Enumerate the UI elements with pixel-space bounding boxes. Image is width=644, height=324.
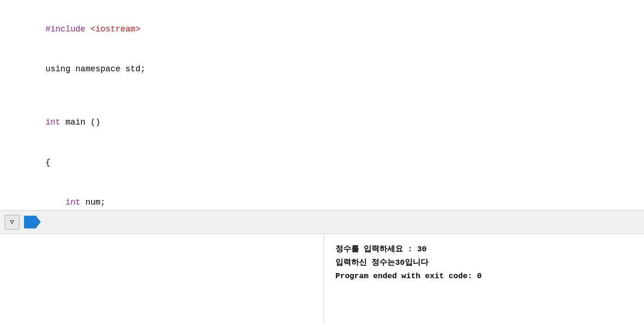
code-line-1: #include <iostream> [25, 9, 644, 49]
code-indent [45, 198, 65, 207]
code-text: main () [61, 118, 100, 127]
output-line-3: Program ended with exit code: 0 [335, 270, 632, 283]
down-arrow-icon: ▽ [10, 218, 14, 226]
toolbar: ▽ [0, 211, 644, 234]
bottom-panel: 정수를 입력하세요 : 30 입력하신 정수는30입니다 Program end… [0, 234, 644, 324]
run-button[interactable] [24, 216, 41, 229]
output-panel: 정수를 입력하세요 : 30 입력하신 정수는30입니다 Program end… [324, 234, 644, 324]
keyword-int: int [65, 198, 80, 207]
code-line-5: { [25, 143, 644, 182]
code-editor[interactable]: #include <iostream> using namespace std;… [0, 0, 644, 211]
code-line-6: int num; [25, 182, 644, 211]
input-panel [0, 234, 324, 324]
output-line-1: 정수를 입력하세요 : 30 [335, 243, 632, 256]
code-text: num; [80, 198, 105, 207]
code-text: using namespace std; [45, 64, 145, 74]
output-line-2: 입력하신 정수는30입니다 [335, 256, 632, 270]
code-line-4: int main () [25, 103, 644, 143]
keyword-int-main: int [45, 118, 60, 127]
code-line-2: using namespace std; [25, 49, 644, 89]
code-text: { [45, 158, 50, 167]
code-line-blank [25, 89, 644, 103]
keyword-include: #include [45, 25, 90, 34]
down-arrow-button[interactable]: ▽ [5, 215, 19, 230]
include-path: <iostream> [90, 25, 140, 34]
